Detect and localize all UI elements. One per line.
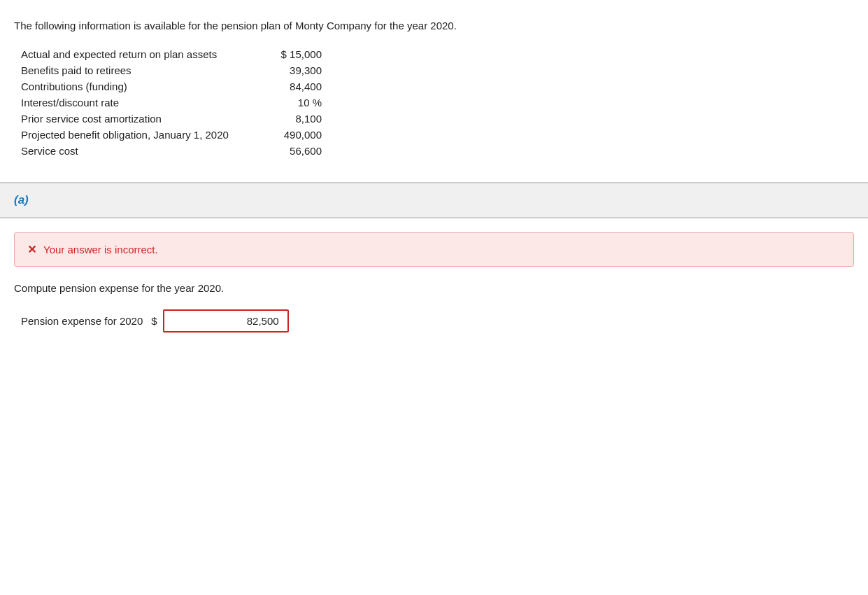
error-text: Your answer is incorrect. [43, 244, 158, 255]
data-value-3: 10 % [259, 97, 322, 108]
data-label-2: Contributions (funding) [21, 80, 259, 92]
data-row: Actual and expected return on plan asset… [21, 48, 854, 60]
data-row: Interest/discount rate 10 % [21, 97, 854, 108]
data-label-4: Prior service cost amortization [21, 113, 259, 125]
pension-expense-input[interactable] [163, 309, 289, 332]
data-label-3: Interest/discount rate [21, 97, 259, 108]
intro-text: The following information is available f… [14, 20, 854, 31]
compute-instruction: Compute pension expense for the year 202… [14, 282, 854, 294]
top-section: The following information is available f… [0, 0, 868, 182]
error-banner: ✕ Your answer is incorrect. [14, 232, 854, 267]
error-icon: ✕ [27, 243, 36, 256]
pension-row: Pension expense for 2020 $ [21, 309, 854, 332]
data-row: Benefits paid to retirees 39,300 [21, 64, 854, 76]
answer-section: ✕ Your answer is incorrect. Compute pens… [0, 218, 868, 354]
section-a-label: (a) [14, 193, 29, 206]
data-label-0: Actual and expected return on plan asset… [21, 48, 259, 60]
data-value-2: 84,400 [259, 80, 322, 92]
section-a-header: (a) [0, 183, 868, 218]
data-value-6: 56,600 [259, 145, 322, 157]
data-label-6: Service cost [21, 145, 259, 157]
data-label-1: Benefits paid to retirees [21, 64, 259, 76]
data-value-1: 39,300 [259, 64, 322, 76]
dollar-sign: $ [151, 315, 157, 327]
data-row: Prior service cost amortization 8,100 [21, 113, 854, 125]
data-table: Actual and expected return on plan asset… [21, 48, 854, 157]
pension-expense-label: Pension expense for 2020 [21, 315, 143, 327]
data-row: Contributions (funding) 84,400 [21, 80, 854, 92]
data-value-4: 8,100 [259, 113, 322, 125]
data-value-0: $ 15,000 [259, 48, 322, 60]
data-label-5: Projected benefit obligation, January 1,… [21, 129, 259, 141]
data-value-5: 490,000 [259, 129, 322, 141]
data-row: Service cost 56,600 [21, 145, 854, 157]
data-row: Projected benefit obligation, January 1,… [21, 129, 854, 141]
